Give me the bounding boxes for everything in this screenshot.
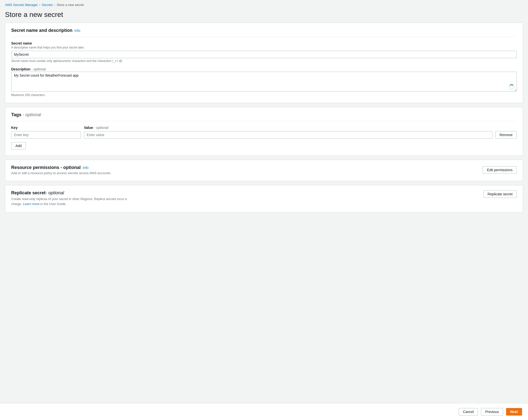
replicate-secret-button[interactable]: Replicate secret	[483, 190, 517, 198]
breadcrumb-link-secrets-manager[interactable]: AWS Secrets Manager	[5, 3, 38, 7]
main-content: Secret name and description Info Secret …	[0, 23, 528, 241]
tags-add-row: Add	[11, 139, 517, 150]
tags-card: Tags - optional Key Value - optional Rem…	[5, 107, 523, 156]
secret-name-validation: Secret name must contain only alphanumer…	[11, 59, 517, 63]
replicate-header: Replicate secret- optional Create read-o…	[11, 190, 517, 206]
cancel-button[interactable]: Cancel	[459, 408, 478, 416]
description-optional-label: - optional	[31, 67, 46, 71]
previous-button[interactable]: Previous	[481, 408, 503, 416]
secret-name-card-header: Secret name and description Info	[11, 28, 517, 37]
tags-key-input[interactable]	[11, 131, 81, 139]
tags-value-label: Value - optional	[84, 126, 492, 130]
next-button[interactable]: Next	[506, 408, 522, 416]
resource-permissions-header: Resource permissions - optional Info Add…	[11, 165, 517, 175]
replicate-left: Replicate secret- optional Create read-o…	[11, 190, 483, 206]
tags-key-label: Key	[11, 126, 81, 130]
tags-value-optional: - optional	[94, 126, 108, 130]
resource-permissions-desc: Add or edit a resource policy to access …	[11, 171, 111, 175]
breadcrumb-separator-1: ›	[39, 3, 40, 7]
resource-permissions-left: Resource permissions - optional Info Add…	[11, 165, 111, 175]
resource-permissions-title: Resource permissions - optional	[11, 165, 81, 170]
secret-name-label: Secret name	[11, 41, 517, 45]
description-form-section: Description - optional My Secret count f…	[11, 67, 517, 97]
breadcrumb-separator-2: ›	[54, 3, 55, 7]
replicate-learn-more-link[interactable]: Learn more	[23, 202, 39, 206]
tags-add-button[interactable]: Add	[11, 142, 26, 150]
description-textarea[interactable]: My Secret count for WeatherForecast app	[11, 72, 517, 92]
tags-optional-label: - optional	[23, 112, 41, 117]
tags-remove-col: Remove	[495, 131, 517, 139]
secret-name-hint: A descriptive name that helps you find y…	[11, 46, 517, 49]
resource-permissions-info-link[interactable]: Info	[83, 166, 88, 170]
page-title: Store a new secret	[0, 9, 528, 23]
edit-permissions-button[interactable]: Edit permissions	[483, 166, 517, 174]
breadcrumb: AWS Secrets Manager › Secrets › Store a …	[0, 0, 528, 9]
tags-remove-button[interactable]: Remove	[495, 131, 517, 139]
breadcrumb-link-secrets[interactable]: Secrets	[42, 3, 53, 7]
secret-name-card: Secret name and description Info Secret …	[5, 23, 523, 103]
resource-permissions-title-row: Resource permissions - optional Info	[11, 165, 111, 170]
secret-name-input[interactable]	[11, 51, 517, 58]
description-max-chars: Maximum 250 characters.	[11, 93, 517, 97]
tags-grid: Key Value - optional Remove	[11, 126, 517, 139]
replicate-title: Replicate secret- optional	[11, 190, 483, 196]
description-textarea-wrapper: My Secret count for WeatherForecast app	[11, 72, 517, 92]
secret-name-info-link[interactable]: Info	[74, 29, 80, 33]
breadcrumb-current: Store a new secret	[57, 3, 84, 7]
resource-permissions-card: Resource permissions - optional Info Add…	[5, 160, 523, 181]
description-label: Description - optional	[11, 67, 517, 71]
textarea-spinner	[509, 84, 514, 90]
replicate-optional: - optional	[46, 190, 64, 195]
footer-bar: Cancel Previous Next	[0, 403, 528, 420]
tags-key-col: Key	[11, 126, 81, 139]
secret-name-form-section: Secret name A descriptive name that help…	[11, 41, 517, 63]
tags-value-input[interactable]	[84, 131, 492, 139]
tags-card-header: Tags - optional	[11, 112, 517, 121]
secret-name-section-title: Secret name and description	[11, 28, 72, 33]
replicate-secret-card: Replicate secret- optional Create read-o…	[5, 185, 523, 212]
replicate-desc: Create read-only replicas of your secret…	[11, 197, 131, 206]
tags-value-col: Value - optional	[84, 126, 492, 139]
tags-section-title: Tags - optional	[11, 112, 41, 117]
